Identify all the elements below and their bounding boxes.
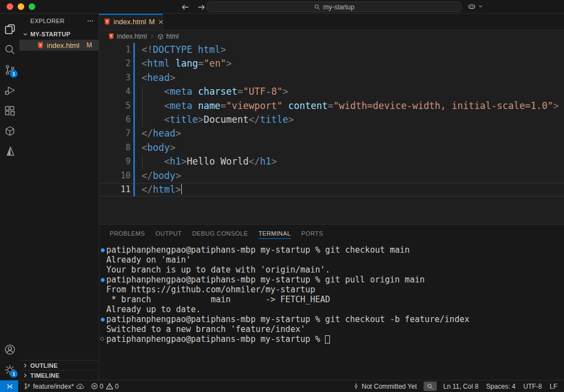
error-icon: [91, 383, 98, 390]
outline-section[interactable]: OUTLINE: [19, 360, 99, 370]
tab-problems[interactable]: PROBLEMS: [110, 225, 145, 242]
indent-guide: [142, 99, 143, 113]
code-line[interactable]: 1<!DOCTYPE html>: [99, 43, 564, 57]
modified-gutter-indicator: [133, 127, 135, 140]
modified-gutter-indicator: [133, 85, 135, 99]
minimize-window-button[interactable]: [18, 3, 24, 10]
outline-label: OUTLINE: [30, 362, 58, 369]
code-line[interactable]: 10</body>: [99, 169, 564, 183]
terminal-text: Switched to a new branch 'feature/index': [106, 324, 305, 334]
code-line[interactable]: 8<body>: [99, 141, 564, 155]
code-line[interactable]: 4 <meta charset="UTF-8">: [99, 85, 564, 99]
prism-extension-icon[interactable]: [0, 141, 19, 161]
indent-guide: [142, 85, 143, 99]
remote-indicator[interactable]: [0, 380, 18, 392]
code-line[interactable]: 2<html lang="en">: [99, 57, 564, 70]
timeline-section[interactable]: TIMELINE: [19, 370, 99, 380]
search-icon[interactable]: [0, 39, 19, 59]
command-decoration-icon: [99, 314, 106, 324]
navigate-back-icon[interactable]: [180, 2, 191, 13]
code-line[interactable]: 6 <title>Document</title>: [99, 113, 564, 127]
folder-my-startup[interactable]: MY-STARTUP: [19, 28, 99, 40]
terminal-line: patiphanphengpao@patiphans-mbp my-startu…: [99, 245, 564, 255]
code-line[interactable]: 11</html>: [99, 183, 564, 197]
branch-status[interactable]: feature/index*: [20, 383, 88, 390]
terminal-gutter: [99, 255, 106, 265]
navigate-forward-icon[interactable]: [196, 2, 207, 13]
breadcrumb-symbol[interactable]: html: [166, 32, 179, 40]
tab-debug-console[interactable]: DEBUG CONSOLE: [192, 225, 248, 242]
command-decoration-icon: [99, 245, 106, 255]
terminal-text: patiphanphengpao@patiphans-mbp my-startu…: [106, 334, 325, 344]
terminal-text: patiphanphengpao@patiphans-mbp my-startu…: [106, 275, 425, 285]
settings-gear-icon[interactable]: 1: [0, 360, 19, 380]
tab-output[interactable]: OUTPUT: [155, 225, 182, 242]
zoom-indicator[interactable]: [424, 382, 437, 391]
run-debug-icon[interactable]: [0, 80, 19, 100]
code-lines[interactable]: 1<!DOCTYPE html>2<html lang="en">3<head>…: [99, 42, 564, 224]
code-line[interactable]: 3<head>: [99, 71, 564, 85]
terminal-output[interactable]: patiphanphengpao@patiphans-mbp my-startu…: [99, 242, 564, 380]
search-icon: [314, 4, 321, 10]
file-item-index-html[interactable]: 5 index.html M: [19, 40, 99, 51]
close-window-button[interactable]: [7, 3, 13, 10]
tab-index-html[interactable]: 5 index.html M: [99, 14, 163, 30]
problems-status[interactable]: 0 0: [88, 383, 122, 390]
error-count: 0: [100, 383, 104, 390]
terminal-gutter: [99, 304, 106, 314]
code-line[interactable]: 5 <meta name="viewport" content="width=d…: [99, 99, 564, 113]
terminal-text: patiphanphengpao@patiphans-mbp my-startu…: [106, 314, 469, 324]
indentation-status[interactable]: Spaces: 4: [483, 383, 519, 390]
terminal-cursor: [325, 335, 330, 344]
explorer-icon[interactable]: [0, 19, 19, 39]
line-number: 6: [99, 113, 131, 127]
timeline-label: TIMELINE: [30, 372, 59, 379]
code-line[interactable]: 9 <h1>Hello World</h1>: [99, 155, 564, 168]
line-number: 5: [99, 99, 131, 113]
terminal-line: Switched to a new branch 'feature/index': [99, 324, 564, 334]
breadcrumb-file[interactable]: index.html: [117, 32, 147, 40]
copilot-menu[interactable]: [467, 2, 484, 11]
terminal-line: Already on 'main': [99, 255, 564, 265]
git-commit-icon: [352, 383, 360, 390]
indent-guide: [142, 113, 143, 127]
copilot-icon: [467, 2, 476, 11]
close-icon[interactable]: [158, 19, 164, 25]
explorer-title: EXPLORER: [30, 18, 64, 24]
chevron-right-icon: [21, 362, 29, 369]
code-line[interactable]: 7</head>: [99, 127, 564, 140]
warning-icon: [106, 383, 113, 390]
modified-gutter-indicator: [133, 169, 135, 183]
command-center-search[interactable]: my-startup: [207, 2, 462, 12]
source-control-icon[interactable]: 1: [0, 59, 19, 80]
extensions-icon[interactable]: [0, 100, 19, 121]
terminal-text: * branch main -> FETCH_HEAD: [106, 295, 330, 304]
line-number: 7: [99, 127, 131, 140]
cube-extension-icon[interactable]: [0, 121, 19, 141]
cursor-position[interactable]: Ln 11, Col 8: [440, 383, 482, 390]
terminal-line: patiphanphengpao@patiphans-mbp my-startu…: [99, 334, 564, 344]
modified-gutter-indicator: [133, 113, 135, 127]
modified-gutter-indicator: [133, 141, 135, 155]
line-number: 8: [99, 141, 131, 155]
activity-bar: 1 1: [0, 14, 19, 380]
terminal-gutter: [99, 265, 106, 275]
maximize-window-button[interactable]: [29, 3, 35, 10]
accounts-icon[interactable]: [0, 339, 19, 360]
encoding-status[interactable]: UTF-8: [520, 383, 545, 390]
line-number: 10: [99, 169, 131, 183]
status-bar: feature/index* 0 0: [0, 380, 564, 392]
tab-terminal[interactable]: TERMINAL: [258, 225, 291, 242]
line-number: 9: [99, 155, 131, 168]
source-control-badge: 1: [10, 70, 18, 78]
html-file-icon: 5: [108, 33, 115, 40]
html-file-icon: 5: [104, 18, 111, 25]
terminal-line: patiphanphengpao@patiphans-mbp my-startu…: [99, 314, 564, 324]
more-actions-icon[interactable]: [86, 17, 94, 25]
terminal-text: Your branch is up to date with 'origin/m…: [106, 265, 330, 275]
eol-status[interactable]: LF: [546, 383, 561, 390]
modified-gutter-indicator: [133, 183, 135, 197]
warning-count: 0: [115, 383, 119, 390]
commit-status[interactable]: Not Committed Yet: [349, 383, 420, 390]
tab-ports[interactable]: PORTS: [301, 225, 323, 242]
